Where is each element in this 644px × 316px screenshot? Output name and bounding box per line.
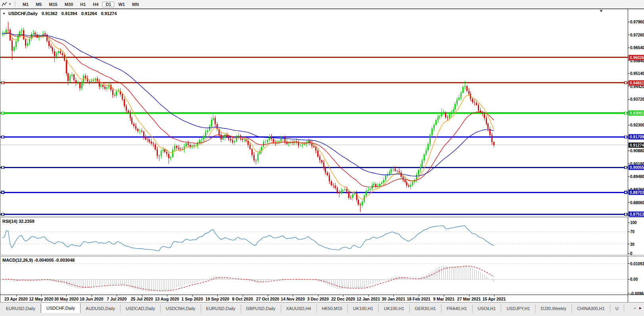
- candle-body: [25, 39, 26, 46]
- symbol-period-label: USDCHF,Daily: [8, 11, 38, 16]
- candle-body: [110, 85, 111, 90]
- tab-fra40-h1[interactable]: FRA40,H1: [441, 305, 472, 313]
- hline-left-handle[interactable]: [2, 112, 4, 114]
- candle-body: [460, 93, 462, 98]
- timeframe-button-m30[interactable]: M30: [61, 2, 76, 7]
- candle-body: [170, 157, 171, 158]
- hline-left-handle[interactable]: [2, 82, 4, 84]
- tab-china300-h1[interactable]: CHINA300,H1: [572, 305, 610, 313]
- tab-hk50-m15[interactable]: HK50,M15: [317, 305, 348, 313]
- candle-body: [451, 112, 452, 114]
- tab-usdjpy-h1[interactable]: USDJPY,H1: [501, 305, 535, 313]
- candle-body: [341, 191, 342, 193]
- candle-body: [153, 144, 154, 144]
- candle-body: [222, 138, 224, 140]
- candle-body: [112, 90, 113, 96]
- hline-right-handle[interactable]: [625, 166, 627, 169]
- tab-dj30-weekly[interactable]: DJ30,Weekly: [536, 305, 572, 313]
- rsi-pane[interactable]: [0, 226, 628, 251]
- candle-body: [493, 142, 494, 145]
- candle-body: [439, 116, 440, 117]
- candle-body: [91, 81, 92, 82]
- chart-shift-marker[interactable]: [600, 10, 603, 12]
- timeframe-button-m15[interactable]: M15: [46, 2, 60, 7]
- timeframe-button-h4[interactable]: H4: [90, 2, 102, 7]
- tabs-scroll-left-icon[interactable]: ◄: [632, 305, 637, 311]
- candle-body: [203, 136, 204, 140]
- candle-body: [379, 184, 380, 186]
- hline-right-handle[interactable]: [625, 136, 627, 138]
- hline-left-handle[interactable]: [2, 191, 4, 193]
- tab-ger30-h1[interactable]: GER30,H1: [410, 305, 441, 313]
- tab-xauusd-h4[interactable]: XAUUSD,H4: [281, 305, 317, 313]
- candle-body: [186, 143, 187, 146]
- hline-price-badge: 0.88703: [629, 190, 644, 195]
- chart-tool-button[interactable]: ▼: [1, 1, 12, 7]
- collapse-caret-icon[interactable]: ▼: [2, 12, 6, 15]
- candle-body: [454, 104, 456, 109]
- candle-body: [172, 150, 173, 157]
- candle-body: [64, 55, 65, 60]
- candle-body: [433, 125, 435, 129]
- macd-pane[interactable]: [0, 264, 628, 293]
- candle-body: [13, 47, 15, 50]
- hline-right-handle[interactable]: [625, 112, 627, 114]
- candle-body: [128, 111, 129, 113]
- hline-left-handle[interactable]: [2, 213, 4, 215]
- tab-usdchf-daily[interactable]: USDCHF,Daily: [41, 303, 80, 313]
- candle-body: [323, 163, 324, 168]
- hline-price-badge: 0.90055: [629, 165, 644, 170]
- candle-body: [466, 86, 468, 91]
- tab-eurusd-daily[interactable]: EURUSD,Daily: [1, 305, 41, 313]
- date-label: 1 Sep 2020: [181, 297, 203, 301]
- tab-uk100-h1[interactable]: UK100,H1: [348, 305, 379, 313]
- candle-body: [393, 169, 394, 169]
- timeframe-button-h1[interactable]: H1: [77, 2, 89, 7]
- timeframe-button-d1[interactable]: D1: [102, 2, 114, 7]
- candle-body: [27, 43, 28, 46]
- tab-audusd-daily[interactable]: AUDUSD,Daily: [80, 305, 121, 313]
- candle-body: [188, 143, 189, 145]
- candle-body: [126, 106, 127, 110]
- close-value: 0.91274: [101, 11, 117, 16]
- candle-body: [491, 135, 493, 142]
- tab-usdcnh-daily[interactable]: USDCNH,Daily: [161, 305, 201, 313]
- chevron-down-icon[interactable]: ▼: [8, 2, 12, 6]
- candle-body: [244, 140, 245, 140]
- price-chart-canvas[interactable]: [0, 9, 644, 303]
- candle-body: [168, 154, 169, 158]
- timeframe-button-w1[interactable]: W1: [115, 2, 128, 7]
- tab-usoil-h1[interactable]: USOil,H1: [473, 305, 502, 313]
- rsi-line: [2, 226, 494, 251]
- tab-usdcad-daily[interactable]: USDCAD,Daily: [121, 305, 161, 313]
- date-label: 8 Oct 2020: [232, 297, 253, 301]
- tab-gbpusd-daily[interactable]: GBPUSD,Daily: [241, 305, 281, 313]
- hline-right-handle[interactable]: [625, 213, 627, 215]
- timeframe-button-m5[interactable]: M5: [33, 2, 45, 7]
- hline-right-handle[interactable]: [625, 82, 627, 84]
- timeframe-button-mn[interactable]: MN: [129, 2, 142, 7]
- chart-window[interactable]: ▼ USDCHF,Daily 0.91362 0.91394 0.91264 0…: [0, 9, 644, 303]
- tab-eurusd-daily[interactable]: EURUSD,Daily: [201, 305, 241, 313]
- date-label: 27 Oct 2020: [256, 297, 279, 301]
- candle-body: [85, 76, 86, 78]
- timeframe-button-m1[interactable]: M1: [19, 2, 32, 7]
- tab-uk100-h1[interactable]: UK100,H1: [379, 305, 410, 313]
- tab-u[interactable]: U: [610, 305, 624, 313]
- candle-body: [486, 118, 487, 124]
- hline-left-handle[interactable]: [2, 166, 4, 169]
- candle-body: [79, 83, 80, 88]
- candle-body: [174, 146, 175, 150]
- tabs-scroll-right-icon[interactable]: ►: [638, 305, 643, 311]
- rsi-pane-splitter[interactable]: [0, 216, 644, 218]
- hline-price-badge: 0.96026: [629, 55, 644, 60]
- price-tick-label: 0.89480: [630, 174, 644, 179]
- chart-title: ▼ USDCHF,Daily 0.91362 0.91394 0.91264 0…: [2, 11, 119, 16]
- candle-body: [81, 83, 82, 88]
- hline-right-handle[interactable]: [625, 191, 627, 193]
- macd-pane-splitter[interactable]: [0, 255, 644, 257]
- candle-body: [178, 148, 179, 149]
- candle-body: [102, 85, 104, 87]
- hline-left-handle[interactable]: [2, 136, 4, 138]
- main-price-pane[interactable]: [0, 22, 628, 215]
